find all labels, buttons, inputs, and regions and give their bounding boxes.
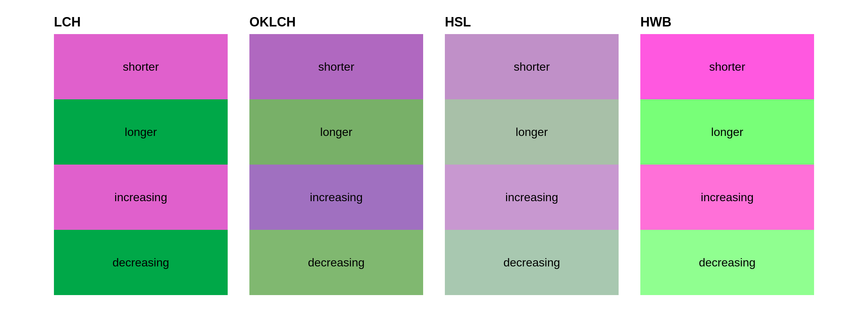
oklch-group: OKLCH shorter longer increasing decreasi… <box>249 14 423 295</box>
oklch-decreasing: decreasing <box>249 230 423 295</box>
hsl-title: HSL <box>445 14 619 30</box>
hwb-group: HWB shorter longer increasing decreasing <box>640 14 814 295</box>
hsl-increasing: increasing <box>445 165 619 230</box>
lch-increasing-label: increasing <box>114 191 167 204</box>
lch-shorter: shorter <box>54 34 228 99</box>
oklch-title: OKLCH <box>249 14 423 30</box>
hwb-shorter: shorter <box>640 34 814 99</box>
oklch-increasing-label: increasing <box>310 191 363 204</box>
hsl-longer-label: longer <box>516 125 548 139</box>
hsl-increasing-label: increasing <box>505 191 558 204</box>
oklch-increasing: increasing <box>249 165 423 230</box>
oklch-card: shorter longer increasing decreasing <box>249 34 423 295</box>
hwb-decreasing-label: decreasing <box>699 256 756 269</box>
hsl-card: shorter longer increasing decreasing <box>445 34 619 295</box>
oklch-longer: longer <box>249 99 423 165</box>
oklch-shorter-label: shorter <box>318 60 354 74</box>
hsl-group: HSL shorter longer increasing decreasing <box>445 14 619 295</box>
lch-title: LCH <box>54 14 228 30</box>
hwb-card: shorter longer increasing decreasing <box>640 34 814 295</box>
hsl-longer: longer <box>445 99 619 165</box>
lch-card: shorter longer increasing decreasing <box>54 34 228 295</box>
hwb-decreasing: decreasing <box>640 230 814 295</box>
lch-decreasing: decreasing <box>54 230 228 295</box>
hsl-shorter: shorter <box>445 34 619 99</box>
hsl-decreasing-label: decreasing <box>503 256 560 269</box>
oklch-decreasing-label: decreasing <box>308 256 365 269</box>
lch-shorter-label: shorter <box>123 60 159 74</box>
lch-longer: longer <box>54 99 228 165</box>
oklch-shorter: shorter <box>249 34 423 99</box>
lch-increasing: increasing <box>54 165 228 230</box>
hsl-shorter-label: shorter <box>514 60 550 74</box>
hwb-shorter-label: shorter <box>709 60 745 74</box>
hwb-increasing-label: increasing <box>701 191 754 204</box>
hwb-longer: longer <box>640 99 814 165</box>
hwb-increasing: increasing <box>640 165 814 230</box>
hwb-longer-label: longer <box>711 125 743 139</box>
hwb-title: HWB <box>640 14 814 30</box>
hsl-decreasing: decreasing <box>445 230 619 295</box>
oklch-longer-label: longer <box>320 125 353 139</box>
lch-group: LCH shorter longer increasing decreasing <box>54 14 228 295</box>
lch-longer-label: longer <box>125 125 157 139</box>
lch-decreasing-label: decreasing <box>113 256 169 269</box>
page-container: LCH shorter longer increasing decreasing… <box>54 14 814 295</box>
